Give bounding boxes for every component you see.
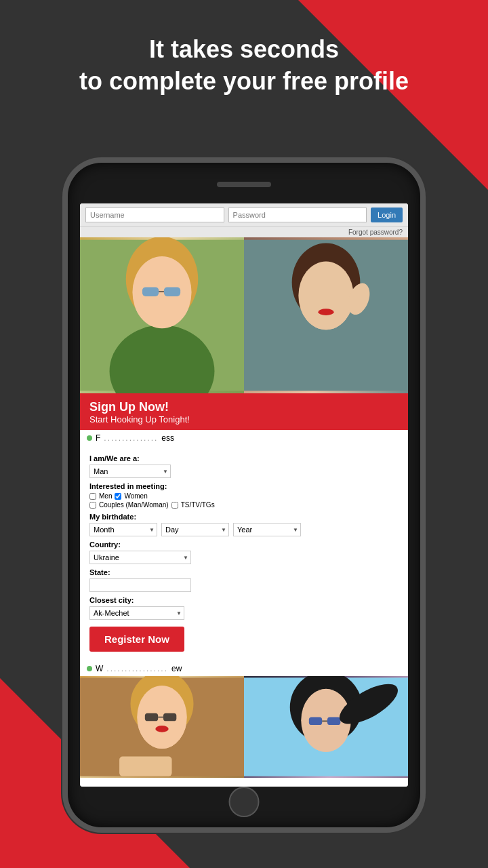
register-button[interactable]: Register Now — [89, 627, 184, 652]
women-checkbox[interactable] — [115, 493, 121, 500]
forgot-password[interactable]: Forgot password? — [80, 227, 408, 237]
phone-screen: Login Forgot password? — [80, 203, 408, 787]
i-am-label: I am/We are a: — [89, 454, 399, 462]
login-bar: Login — [80, 203, 408, 227]
i-am-select[interactable]: Man Woman Couple (Man/Woman) TS/TV/TG — [89, 465, 171, 478]
signup-banner: Sign Up Now! Start Hooking Up Tonight! — [80, 393, 408, 430]
svg-rect-27 — [309, 717, 322, 725]
screen-content: Login Forgot password? — [80, 203, 408, 787]
photos-grid — [80, 237, 408, 393]
state-label: State: — [89, 568, 399, 576]
closest-city-label: Closest city: — [89, 596, 399, 604]
interested-row-1: Men Women — [89, 492, 399, 500]
photo-blonde — [80, 237, 244, 393]
row-text-right: ess — [161, 433, 174, 443]
birthdate-label: My birthdate: — [89, 513, 399, 521]
month-select[interactable]: Month JanuaryFebruaryMarch AprilMayJune … — [89, 523, 157, 536]
ts-label: TS/TV/TGs — [181, 501, 215, 509]
country-select-wrapper: Ukraine United States Russia — [89, 551, 191, 564]
green-dot-row-bottom: W ................. ew — [80, 661, 408, 676]
w-text-dots: ................. — [106, 664, 168, 673]
interested-label: Interested in meeting: — [89, 482, 399, 490]
bottom-photos — [80, 676, 408, 778]
city-select[interactable]: Ak-Mechet — [89, 606, 184, 620]
day-select-wrapper: Day — [161, 523, 229, 536]
svg-rect-22 — [119, 757, 171, 776]
svg-point-21 — [155, 726, 168, 732]
username-input[interactable] — [85, 208, 224, 222]
green-dot-icon — [87, 435, 92, 441]
ts-checkbox[interactable] — [171, 502, 178, 509]
phone-frame: Login Forgot password? — [68, 163, 420, 827]
city-select-wrapper: Ak-Mechet — [89, 606, 184, 620]
password-input[interactable] — [228, 208, 367, 222]
header-line2: to complete your free profile — [20, 66, 468, 98]
signup-subtitle: Start Hooking Up Tonight! — [89, 414, 399, 425]
header-text: It takes seconds to complete your free p… — [0, 34, 488, 98]
svg-rect-5 — [142, 287, 159, 296]
country-label: Country: — [89, 540, 399, 549]
birthdate-row: Month JanuaryFebruaryMarch AprilMayJune … — [89, 523, 399, 536]
registration-form: I am/We are a: Man Woman Couple (Man/Wom… — [80, 446, 408, 661]
photo-dark — [244, 676, 408, 778]
svg-point-12 — [318, 309, 333, 315]
svg-rect-19 — [163, 713, 176, 722]
country-select[interactable]: Ukraine United States Russia — [89, 551, 191, 564]
green-dot-row-top: F ............... ess — [80, 430, 408, 446]
i-am-select-wrapper: Man Woman Couple (Man/Woman) TS/TV/TG — [89, 465, 171, 478]
row-text-dots: ............... — [104, 433, 158, 443]
svg-point-11 — [298, 262, 353, 330]
state-input[interactable] — [89, 578, 191, 592]
svg-point-4 — [132, 256, 191, 328]
phone-speaker — [217, 182, 271, 187]
photo-blonde2 — [80, 676, 244, 778]
svg-rect-28 — [327, 717, 340, 725]
couples-checkbox[interactable] — [89, 502, 96, 509]
w-text-right: ew — [171, 664, 182, 673]
day-select[interactable]: Day — [161, 523, 229, 536]
green-dot-bottom-icon — [87, 666, 92, 671]
women-label: Women — [124, 492, 147, 500]
w-text-left: W — [96, 664, 103, 673]
header-line1: It takes seconds — [20, 34, 468, 66]
blonde2-photo-svg — [80, 676, 244, 778]
photo-brunette — [244, 237, 408, 393]
dark-photo-svg — [244, 676, 408, 778]
interested-row-2: Couples (Man/Woman) TS/TV/TGs — [89, 501, 399, 509]
year-select-wrapper: Year — [233, 523, 301, 536]
svg-rect-6 — [164, 287, 180, 296]
row-text-left: F — [96, 433, 100, 443]
blonde-photo-svg — [80, 237, 244, 393]
phone-home-button[interactable] — [229, 787, 260, 817]
brunette-photo-svg — [244, 237, 408, 393]
year-select[interactable]: Year — [233, 523, 301, 536]
men-label: Men — [99, 492, 112, 500]
login-button[interactable]: Login — [371, 208, 403, 222]
month-select-wrapper: Month JanuaryFebruaryMarch AprilMayJune … — [89, 523, 157, 536]
svg-rect-18 — [145, 713, 158, 722]
signup-title: Sign Up Now! — [89, 400, 399, 414]
men-checkbox[interactable] — [89, 493, 96, 500]
couples-label: Couples (Man/Woman) — [99, 501, 169, 509]
